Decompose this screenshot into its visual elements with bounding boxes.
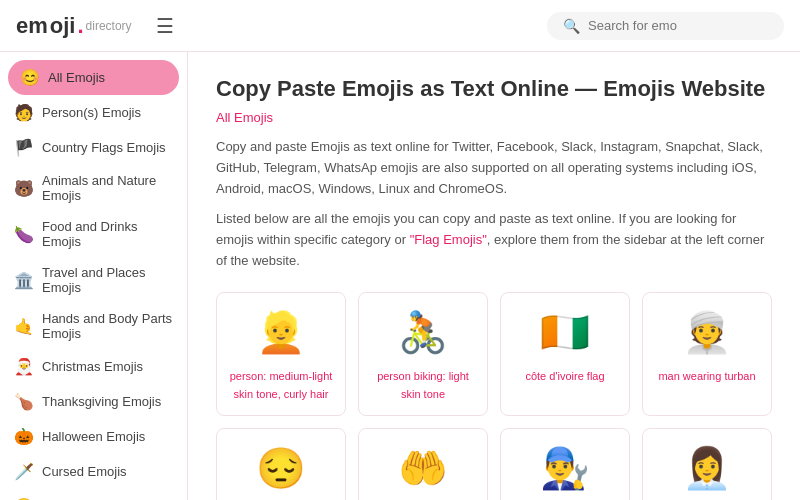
sidebar-label-thanksgiving-emojis: Thanksgiving Emojis (42, 394, 161, 409)
logo-oji: oji (50, 13, 76, 39)
emoji-card-2[interactable]: 🇨🇮côte d'ivoire flag (500, 292, 630, 416)
sidebar-label-christmas-emojis: Christmas Emojis (42, 359, 143, 374)
sidebar-label-hands-body-emojis: Hands and Body Parts Emojis (42, 311, 173, 341)
emoji-card-5[interactable]: 🤲palms up together: medium-light skin to… (358, 428, 488, 500)
sidebar-emoji-country-flags-emojis: 🏴 (14, 138, 34, 157)
flag-emojis-link[interactable]: "Flag Emojis" (410, 232, 487, 247)
sidebar-item-thanksgiving-emojis[interactable]: 🍗Thanksgiving Emojis (0, 384, 187, 419)
sidebar-emoji-all-emojis: 😊 (20, 68, 40, 87)
emoji-display-0: 👱 (225, 309, 337, 356)
search-icon: 🔍 (563, 18, 580, 34)
logo-directory: directory (86, 19, 132, 33)
emoji-display-7: 👩‍💼 (651, 445, 763, 492)
logo-em: em (16, 13, 48, 39)
emoji-display-1: 🚴 (367, 309, 479, 356)
description-2: Listed below are all the emojis you can … (216, 209, 772, 271)
emoji-card-4[interactable]: 😔pensive face (216, 428, 346, 500)
sidebar-label-all-emojis: All Emojis (48, 70, 105, 85)
sidebar-item-country-flags-emojis[interactable]: 🏴Country Flags Emojis (0, 130, 187, 165)
description-1: Copy and paste Emojis as text online for… (216, 137, 772, 199)
sidebar-label-halloween-emojis: Halloween Emojis (42, 429, 145, 444)
emoji-display-2: 🇨🇮 (509, 309, 621, 356)
sidebar: 😊All Emojis🧑Person(s) Emojis🏴Country Fla… (0, 52, 188, 500)
search-input[interactable] (588, 18, 768, 33)
hamburger-icon[interactable]: ☰ (156, 14, 174, 38)
search-wrapper: 🔍 (547, 12, 784, 40)
sidebar-items-container: 😊All Emojis🧑Person(s) Emojis🏴Country Fla… (0, 60, 187, 500)
emoji-grid: 👱person: medium-light skin tone, curly h… (216, 292, 772, 500)
emoji-label-2: côte d'ivoire flag (525, 370, 604, 382)
emoji-card-7[interactable]: 👩‍💼office worker: light skin tone (642, 428, 772, 500)
logo: emoji.directory (16, 13, 132, 39)
sidebar-label-cursed-emojis: Cursed Emojis (42, 464, 127, 479)
sidebar-label-animals-nature-emojis: Animals and Nature Emojis (42, 173, 173, 203)
content-area: Copy Paste Emojis as Text Online — Emoji… (188, 52, 800, 500)
sidebar-item-halloween-emojis[interactable]: 🎃Halloween Emojis (0, 419, 187, 454)
emoji-card-6[interactable]: 👨‍🔧mechanic: light skin tone (500, 428, 630, 500)
logo-dot: . (77, 13, 83, 39)
page-title: Copy Paste Emojis as Text Online — Emoji… (216, 76, 772, 102)
sidebar-emoji-christmas-emojis: 🎅 (14, 357, 34, 376)
topbar: emoji.directory ☰ 🔍 (0, 0, 800, 52)
sidebar-label-food-drinks-emojis: Food and Drinks Emojis (42, 219, 173, 249)
emoji-card-3[interactable]: 👳man wearing turban (642, 292, 772, 416)
sidebar-item-animals-nature-emojis[interactable]: 🐻Animals and Nature Emojis (0, 165, 187, 211)
sidebar-item-food-drinks-emojis[interactable]: 🍆Food and Drinks Emojis (0, 211, 187, 257)
sidebar-item-christmas-emojis[interactable]: 🎅Christmas Emojis (0, 349, 187, 384)
sidebar-emoji-food-drinks-emojis: 🍆 (14, 225, 34, 244)
sidebar-emoji-thanksgiving-emojis: 🍗 (14, 392, 34, 411)
sidebar-item-hands-body-emojis[interactable]: 🤙Hands and Body Parts Emojis (0, 303, 187, 349)
sidebar-emoji-halloween-emojis: 🎃 (14, 427, 34, 446)
emoji-label-0: person: medium-light skin tone, curly ha… (230, 370, 333, 400)
sidebar-label-country-flags-emojis: Country Flags Emojis (42, 140, 166, 155)
breadcrumb-link[interactable]: All Emojis (216, 110, 772, 125)
sidebar-item-cursed-emojis[interactable]: 🗡️Cursed Emojis (0, 454, 187, 489)
emoji-label-1: person biking: light skin tone (377, 370, 469, 400)
emoji-display-3: 👳 (651, 309, 763, 356)
sidebar-label-persons-emojis: Person(s) Emojis (42, 105, 141, 120)
sidebar-emoji-cursed-emojis: 🗡️ (14, 462, 34, 481)
emoji-display-5: 🤲 (367, 445, 479, 492)
sidebar-item-persons-emojis[interactable]: 🧑Person(s) Emojis (0, 95, 187, 130)
emoji-card-1[interactable]: 🚴person biking: light skin tone (358, 292, 488, 416)
sidebar-emoji-hands-body-emojis: 🤙 (14, 317, 34, 336)
sidebar-emoji-animals-nature-emojis: 🐻 (14, 179, 34, 198)
emoji-label-3: man wearing turban (658, 370, 755, 382)
sidebar-emoji-persons-emojis: 🧑 (14, 103, 34, 122)
emoji-card-0[interactable]: 👱person: medium-light skin tone, curly h… (216, 292, 346, 416)
sidebar-item-all-emojis[interactable]: 😊All Emojis (8, 60, 179, 95)
main-layout: 😊All Emojis🧑Person(s) Emojis🏴Country Fla… (0, 52, 800, 500)
sidebar-label-travel-places-emojis: Travel and Places Emojis (42, 265, 173, 295)
sidebar-emoji-travel-places-emojis: 🏛️ (14, 271, 34, 290)
emoji-display-4: 😔 (225, 445, 337, 492)
sidebar-item-cute-emojis[interactable]: 😊Cute Emojis (0, 489, 187, 500)
emoji-display-6: 👨‍🔧 (509, 445, 621, 492)
sidebar-item-travel-places-emojis[interactable]: 🏛️Travel and Places Emojis (0, 257, 187, 303)
